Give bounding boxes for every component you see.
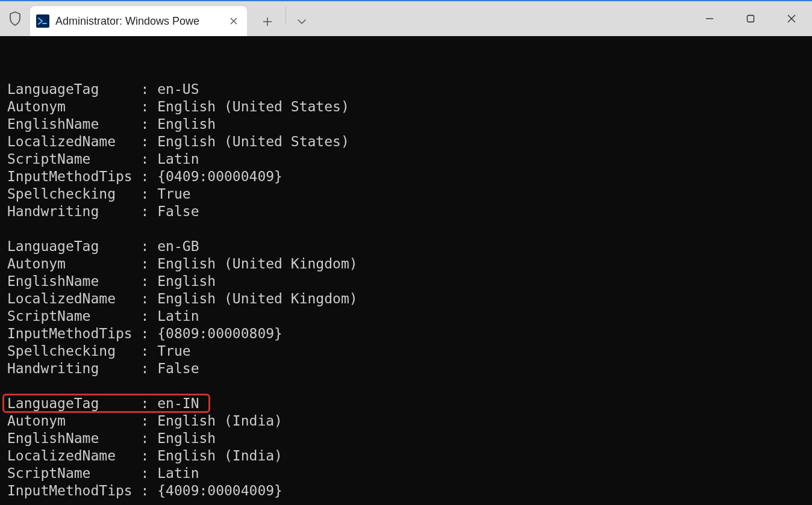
powershell-icon <box>36 14 49 28</box>
output-row-spellchecking: Spellchecking : True <box>7 185 812 203</box>
output-row-inputmethodtips: InputMethodTips : {0809:00000809} <box>7 325 812 342</box>
output-row-englishname: EnglishName : English <box>7 273 812 290</box>
titlebar: Administrator: Windows Powe <box>0 1 812 36</box>
output-block: LanguageTag : en-INAutonym : English (In… <box>7 395 812 500</box>
output-row-languagetag: LanguageTag : en-GB <box>7 238 812 255</box>
tab-powershell[interactable]: Administrator: Windows Powe <box>30 6 247 36</box>
output-row-handwriting: Handwriting : False <box>7 203 812 220</box>
output-row-languagetag: LanguageTag : en-US <box>7 81 812 98</box>
output-block: LanguageTag : en-GBAutonym : English (Un… <box>7 238 812 377</box>
output-row-localizedname: LocalizedName : English (India) <box>7 447 812 465</box>
output-row-scriptname: ScriptName : Latin <box>7 465 812 482</box>
shield-icon <box>0 1 30 36</box>
output-row-languagetag: LanguageTag : en-IN <box>7 395 812 412</box>
divider <box>286 7 286 25</box>
terminal-output[interactable]: LanguageTag : en-USAutonym : English (Un… <box>0 36 812 505</box>
window-controls <box>689 1 812 36</box>
output-row-scriptname: ScriptName : Latin <box>7 308 812 325</box>
output-row-englishname: EnglishName : English <box>7 430 812 447</box>
svg-rect-6 <box>748 16 754 22</box>
output-row-englishname: EnglishName : English <box>7 116 812 133</box>
output-row-autonym: Autonym : English (India) <box>7 412 812 430</box>
new-tab-button[interactable] <box>253 7 282 36</box>
output-row-autonym: Autonym : English (United States) <box>7 98 812 116</box>
close-button[interactable] <box>771 4 812 33</box>
output-block: LanguageTag : en-USAutonym : English (Un… <box>7 81 812 220</box>
tab-dropdown-button[interactable] <box>290 7 314 36</box>
app-window: Administrator: Windows Powe LanguageTag … <box>0 0 812 505</box>
tab-close-button[interactable] <box>226 14 241 28</box>
output-row-spellchecking: Spellchecking : True <box>7 342 812 360</box>
output-row-localizedname: LocalizedName : English (United States) <box>7 133 812 150</box>
output-row-autonym: Autonym : English (United Kingdom) <box>7 255 812 273</box>
output-row-scriptname: ScriptName : Latin <box>7 150 812 168</box>
minimize-button[interactable] <box>689 4 730 33</box>
output-row-inputmethodtips: InputMethodTips : {4009:00004009} <box>7 482 812 500</box>
output-row-inputmethodtips: InputMethodTips : {0409:00000409} <box>7 168 812 185</box>
output-row-localizedname: LocalizedName : English (United Kingdom) <box>7 290 812 308</box>
output-row-handwriting: Handwriting : False <box>7 360 812 377</box>
tab-title: Administrator: Windows Powe <box>55 15 220 28</box>
maximize-button[interactable] <box>730 4 771 33</box>
